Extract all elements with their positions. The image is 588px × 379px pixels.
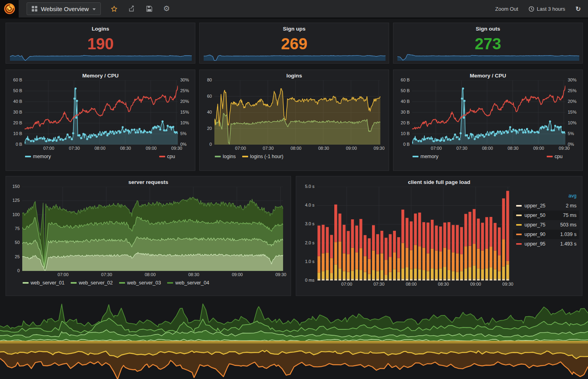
panel-title[interactable]: logins bbox=[203, 71, 386, 80]
share-icon[interactable] bbox=[128, 5, 136, 13]
x-axis-tick: 08:30 bbox=[434, 282, 453, 286]
x-axis-tick: 08:30 bbox=[314, 146, 333, 151]
x-axis-tick: 09:30 bbox=[555, 146, 574, 151]
axis-tick: 100 bbox=[9, 212, 22, 217]
axis-tick: 50 bbox=[9, 240, 22, 245]
legend-avg-header: avg bbox=[569, 193, 576, 199]
legend-item[interactable]: memory bbox=[25, 154, 51, 159]
legend-row[interactable]: upper_75503 ms bbox=[513, 220, 579, 230]
zoom-out-button[interactable]: Zoom Out bbox=[495, 6, 518, 12]
legend-item[interactable]: web_server_01 bbox=[23, 280, 64, 286]
x-axis-tick: 08:00 bbox=[141, 272, 160, 277]
x-axis-tick: 08:00 bbox=[91, 146, 110, 151]
x-axis-tick: 08:30 bbox=[503, 146, 522, 151]
panel-title[interactable]: Logins bbox=[9, 24, 192, 33]
axis-tick: 0 ms bbox=[299, 278, 317, 282]
axis-tick: 0 B bbox=[397, 142, 412, 147]
x-axis-tick: 07:30 bbox=[65, 146, 84, 151]
legend-color-dash bbox=[215, 156, 221, 157]
axis-tick: 20% bbox=[565, 99, 579, 104]
legend-color-dash bbox=[547, 156, 553, 157]
legend-color-dash bbox=[516, 215, 522, 216]
legend-color-dash bbox=[413, 156, 418, 157]
panel-title[interactable]: Sign outs bbox=[397, 24, 579, 33]
panel-memory-cpu-right: Memory / CPU 60 B50 B40 B30 B20 B10 B0 B… bbox=[393, 70, 583, 171]
axis-tick: 10 B bbox=[9, 131, 25, 136]
legend-label: upper_75 bbox=[524, 222, 560, 228]
legend-avg-value: 1.039 s bbox=[560, 232, 576, 237]
legend-row[interactable]: upper_951.493 s bbox=[513, 239, 579, 249]
x-axis-tick: 07:30 bbox=[452, 146, 471, 151]
x-axis-tick: 07:30 bbox=[369, 282, 388, 286]
legend-avg-value: 75 ms bbox=[563, 213, 576, 218]
axis-tick: 75 bbox=[9, 226, 22, 231]
x-axis-tick: 09:00 bbox=[342, 146, 361, 151]
legend-item[interactable]: cpu bbox=[159, 154, 175, 159]
x-axis-tick: 09:30 bbox=[498, 282, 517, 286]
legend-item[interactable]: memory bbox=[413, 154, 438, 159]
legend-item[interactable]: web_server_03 bbox=[119, 280, 161, 286]
navbar: Website Overview ⚙ Zoom Out Last 3 hours… bbox=[0, 0, 588, 19]
legend-color-dash bbox=[242, 156, 248, 157]
legend-color-dash bbox=[25, 156, 31, 157]
legend-item[interactable]: logins (-1 hour) bbox=[242, 154, 283, 159]
axis-tick: 0 bbox=[9, 268, 22, 273]
legend-row[interactable]: upper_252 ms bbox=[513, 201, 579, 211]
panel-signouts-stat: Sign outs 273 bbox=[393, 23, 583, 64]
legend-item[interactable]: web_server_04 bbox=[167, 280, 209, 286]
axis-tick: 25% bbox=[178, 88, 192, 93]
axis-tick: 50 B bbox=[9, 88, 25, 93]
time-range-picker[interactable]: Last 3 hours bbox=[528, 6, 565, 12]
legend-item[interactable]: logins bbox=[215, 154, 236, 159]
panel-title[interactable]: Memory / CPU bbox=[397, 71, 579, 80]
axis-tick: 0 bbox=[203, 142, 214, 147]
legend-label: cpu bbox=[167, 154, 175, 159]
axis-tick: 25 bbox=[9, 254, 22, 259]
panel-server-requests: server requests 150125100755025007:0007:… bbox=[6, 176, 291, 296]
save-icon[interactable] bbox=[145, 5, 153, 13]
dashboard-picker[interactable]: Website Overview bbox=[27, 2, 101, 15]
clock-icon bbox=[528, 6, 534, 12]
x-axis-tick: 09:00 bbox=[142, 146, 161, 151]
x-axis-tick: 09:00 bbox=[529, 146, 548, 151]
refresh-icon[interactable]: ↻ bbox=[576, 5, 581, 13]
x-axis-tick: 09:30 bbox=[370, 146, 389, 151]
axis-tick: 40 bbox=[203, 110, 214, 114]
axis-tick: 10% bbox=[178, 120, 192, 125]
grafana-dashboard: Website Overview ⚙ Zoom Out Last 3 hours… bbox=[0, 0, 588, 379]
panel-logins-stat: Logins 190 bbox=[6, 23, 195, 64]
x-axis-tick: 07:00 bbox=[39, 146, 58, 151]
panel-title[interactable]: Sign ups bbox=[203, 24, 386, 33]
x-axis-tick: 08:00 bbox=[478, 146, 497, 151]
legend-color-dash bbox=[71, 282, 77, 284]
logins-chart: 80604020007:0007:3008:0008:3009:0009:30l… bbox=[203, 80, 386, 159]
legend-label: memory bbox=[33, 154, 51, 159]
x-axis-tick: 07:30 bbox=[259, 146, 278, 151]
axis-tick: 15% bbox=[565, 110, 579, 114]
grafana-logo-icon[interactable] bbox=[0, 0, 19, 17]
panel-title[interactable]: server requests bbox=[9, 178, 287, 187]
panel-title[interactable]: client side full page load bbox=[299, 178, 579, 187]
settings-gear-icon[interactable]: ⚙ bbox=[163, 5, 171, 13]
legend-item[interactable]: web_server_02 bbox=[71, 280, 112, 286]
chart-legend: web_server_01web_server_02web_server_03w… bbox=[23, 280, 287, 286]
legend-color-dash bbox=[159, 156, 165, 157]
legend-item[interactable]: cpu bbox=[547, 154, 563, 159]
panel-memory-cpu-left: Memory / CPU 60 B50 B40 B30 B20 B10 B0 B… bbox=[6, 70, 195, 171]
x-axis-tick: 09:30 bbox=[167, 146, 186, 151]
axis-tick: 20 B bbox=[397, 120, 412, 125]
x-axis-tick: 08:30 bbox=[184, 272, 203, 277]
axis-tick: 60 B bbox=[397, 77, 412, 82]
legend-color-dash bbox=[119, 282, 125, 284]
dashboard-grid-icon bbox=[32, 6, 37, 12]
legend-avg-value: 2 ms bbox=[566, 203, 576, 209]
star-icon[interactable] bbox=[110, 5, 118, 13]
legend-label: upper_50 bbox=[524, 213, 563, 218]
legend-row[interactable]: upper_5075 ms bbox=[513, 211, 579, 220]
legend-row[interactable]: upper_901.039 s bbox=[513, 230, 579, 239]
sparkline bbox=[10, 48, 191, 61]
panel-logins-chart: logins 80604020007:0007:3008:0008:3009:0… bbox=[199, 70, 389, 171]
memory-cpu-chart: 60 B50 B40 B30 B20 B10 B0 B30%25%20%15%1… bbox=[397, 80, 579, 159]
panel-title[interactable]: Memory / CPU bbox=[9, 71, 192, 80]
axis-tick: 40 B bbox=[397, 99, 412, 104]
